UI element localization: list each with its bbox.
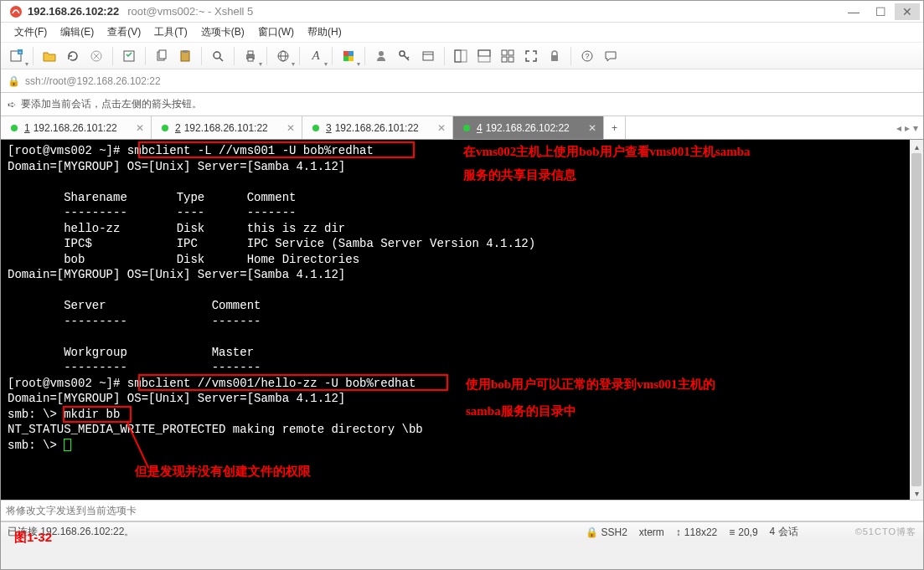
tab-menu-icon[interactable]: ▾ <box>913 122 918 134</box>
find-icon[interactable] <box>207 45 229 67</box>
terminal[interactable]: [root@vms002 ~]# smbclient -L //vms001 -… <box>1 140 923 500</box>
maximize-button[interactable]: ☐ <box>868 3 893 20</box>
annotation-text-2a: 使用bob用户可以正常的登录到vms001主机的 <box>466 374 715 394</box>
svg-point-20 <box>379 51 384 56</box>
svg-rect-13 <box>248 58 253 61</box>
help-icon[interactable]: ? <box>576 45 598 67</box>
titlebar: 192.168.26.102:22 root@vms002:~ - Xshell… <box>1 1 923 23</box>
svg-rect-16 <box>343 51 348 56</box>
window-title-sub: root@vms002:~ - Xshell 5 <box>127 5 253 18</box>
tab-number: 4 <box>477 122 483 134</box>
annotation-box-2 <box>138 374 448 391</box>
status-bar: 已连接 192.168.26.102:22。 🔒SSH2 xterm ↕ 118… <box>1 521 923 542</box>
tab-scroll-right-icon[interactable]: ▸ <box>905 122 910 134</box>
toolbar: +▾ ▾ ▾ A▾ ▾ ? <box>1 43 923 69</box>
watermark: ©51CTO博客 <box>855 526 916 538</box>
minimize-button[interactable]: — <box>841 3 866 20</box>
svg-rect-17 <box>348 51 354 56</box>
tab-close-icon[interactable]: ✕ <box>588 122 596 134</box>
annotation-text-3: 但是发现并没有创建文件的权限 <box>135 461 311 481</box>
menu-edit[interactable]: 编辑(E) <box>54 23 101 41</box>
tab-label: 192.168.26.102:22 <box>486 122 570 134</box>
scrollbar-thumb[interactable] <box>911 153 921 486</box>
annotation-text-1a: 在vms002主机上使用bob用户查看vms001主机samba <box>463 141 751 162</box>
wizard-icon[interactable] <box>417 45 439 67</box>
copy-icon[interactable] <box>151 45 173 67</box>
figure-label: 图1-32 <box>14 530 52 546</box>
session-tab-4[interactable]: 4 192.168.26.102:22 ✕ <box>453 116 604 139</box>
annotation-text-1b: 服务的共享目录信息 <box>463 165 576 185</box>
compose-input[interactable] <box>6 505 918 516</box>
scroll-down-icon[interactable]: ▾ <box>910 486 923 500</box>
tab-close-icon[interactable]: ✕ <box>286 122 295 134</box>
svg-rect-22 <box>423 52 433 60</box>
annotation-box-3 <box>63 406 132 423</box>
tab-label: 192.168.26.101:22 <box>184 122 268 134</box>
info-arrow-icon[interactable]: ➪ <box>8 99 16 110</box>
color-icon[interactable]: ▾ <box>338 45 359 67</box>
svg-rect-26 <box>478 50 490 56</box>
print-icon[interactable]: ▾ <box>240 45 261 67</box>
terminal-output: [root@vms002 ~]# smbclient -L //vms001 -… <box>1 140 923 456</box>
globe-icon[interactable]: ▾ <box>272 45 294 67</box>
properties-icon[interactable] <box>118 45 140 67</box>
new-session-icon[interactable]: +▾ <box>6 45 28 67</box>
address-bar: 🔒 ssh://root@192.168.26.102:22 <box>1 69 923 93</box>
lock-small-icon: 🔒 <box>586 526 598 538</box>
reconnect-icon[interactable] <box>62 45 84 67</box>
tab-close-icon[interactable]: ✕ <box>437 122 446 134</box>
tab-close-icon[interactable]: ✕ <box>136 122 144 134</box>
resize-small-icon: ↕ <box>676 526 681 538</box>
svg-rect-18 <box>343 56 348 61</box>
font-icon[interactable]: A▾ <box>305 45 327 67</box>
close-button[interactable]: ✕ <box>895 3 920 20</box>
tab-scroll-left-icon[interactable]: ◂ <box>896 122 901 134</box>
key-icon[interactable] <box>394 45 416 67</box>
menu-view[interactable]: 查看(V) <box>101 23 147 41</box>
menubar: 文件(F) 编辑(E) 查看(V) 工具(T) 选项卡(B) 窗口(W) 帮助(… <box>1 23 923 43</box>
svg-point-10 <box>214 52 220 59</box>
tab-label: 192.168.26.101:22 <box>335 122 419 134</box>
scroll-up-icon[interactable]: ▴ <box>910 140 923 153</box>
svg-rect-9 <box>183 50 188 53</box>
disconnect-icon[interactable] <box>85 45 107 67</box>
status-dot-icon <box>312 125 319 131</box>
terminal-scrollbar[interactable]: ▴ ▾ <box>910 140 923 500</box>
tab-number: 3 <box>326 122 332 134</box>
tile-h-icon[interactable] <box>473 45 495 67</box>
status-dot-icon <box>463 125 470 131</box>
status-dot-icon <box>162 125 168 131</box>
tab-bar: 1 192.168.26.101:22 ✕ 2 192.168.26.101:2… <box>1 116 923 140</box>
svg-rect-28 <box>508 50 514 55</box>
menu-tools[interactable]: 工具(T) <box>147 23 194 41</box>
annotation-text-2b: samba服务的目录中 <box>466 401 576 421</box>
paste-icon[interactable] <box>174 45 196 67</box>
svg-rect-30 <box>508 57 514 62</box>
session-tab-1[interactable]: 1 192.168.26.101:22 ✕ <box>1 116 152 139</box>
svg-rect-31 <box>551 55 558 61</box>
address-lock-icon: 🔒 <box>8 75 20 87</box>
address-url[interactable]: ssh://root@192.168.26.102:22 <box>25 75 161 87</box>
menu-window[interactable]: 窗口(W) <box>251 23 301 41</box>
svg-rect-29 <box>502 57 507 62</box>
status-cursor-pos: ≡ 20,9 <box>729 526 757 538</box>
svg-point-0 <box>10 6 22 18</box>
open-folder-icon[interactable] <box>39 45 60 67</box>
session-tab-3[interactable]: 3 192.168.26.101:22 ✕ <box>302 116 453 139</box>
cascade-icon[interactable] <box>450 45 472 67</box>
svg-text:?: ? <box>585 52 589 60</box>
user-icon[interactable] <box>370 45 392 67</box>
menu-file[interactable]: 文件(F) <box>8 23 54 41</box>
tab-number: 2 <box>175 122 181 134</box>
menu-tab[interactable]: 选项卡(B) <box>194 23 251 41</box>
status-ssh: 🔒SSH2 <box>586 526 627 538</box>
status-sessions: 4 会话 <box>770 525 798 539</box>
tile-v-icon[interactable] <box>497 45 519 67</box>
menu-help[interactable]: 帮助(H) <box>301 23 348 41</box>
session-tab-2[interactable]: 2 192.168.26.101:22 ✕ <box>152 116 302 139</box>
svg-rect-12 <box>248 51 253 54</box>
lock-icon[interactable] <box>544 45 565 67</box>
feedback-icon[interactable] <box>600 45 622 67</box>
fullscreen-icon[interactable] <box>520 45 542 67</box>
new-tab-button[interactable]: + <box>604 116 626 139</box>
